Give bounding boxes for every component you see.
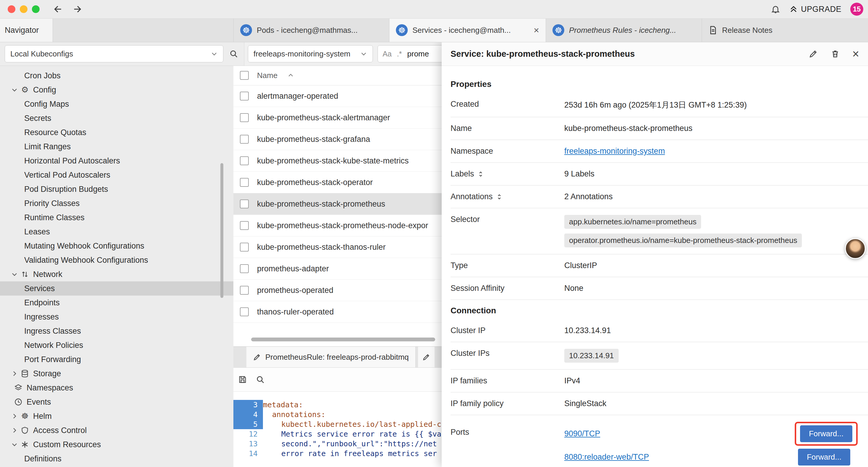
sidebar-search-icon[interactable] — [229, 49, 238, 58]
code-line[interactable]: 4annotations: — [234, 410, 442, 419]
sidebar-item-vertical-pod-autoscalers[interactable]: Vertical Pod Autoscalers — [0, 168, 234, 182]
table-row[interactable]: kube-prometheus-stack-kube-state-metrics — [234, 150, 442, 172]
table-row[interactable]: thanos-ruler-operated — [234, 301, 442, 323]
sidebar-item-network[interactable]: Network — [0, 267, 234, 282]
yaml-editor[interactable]: 3metadata:4annotations:5kubectl.kubernet… — [234, 391, 442, 459]
sidebar-item-custom-resources[interactable]: Custom Resources — [0, 437, 234, 451]
kubeconfig-select[interactable]: Local Kubeconfigs — [5, 45, 223, 62]
row-checkbox[interactable] — [240, 178, 249, 187]
editor-tab[interactable]: ☸Pods - icecheng@mathmas... — [234, 18, 390, 42]
minimize-window-button[interactable] — [20, 5, 28, 13]
sidebar-item-leases[interactable]: Leases — [0, 225, 234, 239]
sidebar-item-storage[interactable]: Storage — [0, 367, 234, 381]
sidebar-item-ingress-classes[interactable]: Ingress Classes — [0, 324, 234, 338]
sidebar-item-resource-quotas[interactable]: Resource Quotas — [0, 125, 234, 140]
sort-toggle-icon[interactable] — [496, 193, 503, 200]
chevron-down-icon[interactable] — [10, 86, 19, 93]
horizontal-scrollbar[interactable] — [251, 338, 435, 341]
table-row[interactable]: prometheus-operated — [234, 280, 442, 301]
sort-asc-icon[interactable] — [287, 72, 294, 79]
row-checkbox[interactable] — [240, 113, 249, 122]
sort-toggle-icon[interactable] — [477, 171, 484, 178]
sidebar-item-access-control[interactable]: Access Control — [0, 423, 234, 437]
back-icon[interactable] — [53, 4, 63, 14]
sidebar-item-ingresses[interactable]: Ingresses — [0, 310, 234, 324]
sidebar-item-endpoints[interactable]: Endpoints — [0, 296, 234, 310]
chevron-right-icon[interactable] — [10, 413, 19, 420]
chevron-right-icon[interactable] — [10, 370, 19, 377]
table-row[interactable]: prometheus-adapter — [234, 258, 442, 280]
row-checkbox[interactable] — [240, 221, 249, 230]
row-checkbox[interactable] — [240, 308, 249, 316]
sidebar-item-services[interactable]: Services — [0, 282, 234, 296]
table-row[interactable]: kube-prometheus-stack-prometheus-node-ex… — [234, 215, 442, 236]
participant-avatar[interactable] — [845, 238, 866, 259]
editor-tab[interactable]: Release Notes — [702, 18, 868, 42]
navigator-tab[interactable]: Navigator — [0, 18, 53, 42]
sidebar-item-cron-jobs[interactable]: Cron Jobs — [0, 68, 234, 83]
sidebar-item-validating-webhook-configurations[interactable]: Validating Webhook Configurations — [0, 253, 234, 267]
code-line[interactable]: 5kubectl.kubernetes.io/last-applied-co — [234, 419, 442, 429]
row-checkbox[interactable] — [240, 264, 249, 273]
chevron-down-icon[interactable] — [10, 271, 19, 278]
tab-close-icon[interactable]: × — [533, 25, 539, 35]
sidebar-item-definitions[interactable]: Definitions — [0, 451, 234, 466]
row-checkbox[interactable] — [240, 135, 249, 144]
sidebar-item-horizontal-pod-autoscalers[interactable]: Horizontal Pod Autoscalers — [0, 154, 234, 168]
editor-search-icon[interactable] — [256, 375, 265, 384]
sidebar-item-network-policies[interactable]: Network Policies — [0, 338, 234, 352]
sidebar-item-events[interactable]: Events — [0, 395, 234, 409]
row-checkbox[interactable] — [240, 243, 249, 252]
upgrade-button[interactable]: UPGRADE — [789, 5, 841, 14]
chevron-right-icon[interactable] — [10, 427, 19, 434]
edit-pencil-icon[interactable] — [809, 49, 818, 59]
code-line[interactable]: 3metadata: — [234, 400, 442, 410]
trash-icon[interactable] — [831, 49, 840, 59]
row-checkbox[interactable] — [240, 156, 249, 165]
table-row[interactable]: kube-prometheus-stack-operator — [234, 172, 442, 193]
editor-tab[interactable]: ☸Prometheus Rules - icecheng... — [546, 18, 702, 42]
table-row[interactable]: kube-prometheus-stack-thanos-ruler — [234, 236, 442, 258]
port-link[interactable]: 8080:reloader-web/TCP — [564, 453, 649, 462]
line-number[interactable]: 4 — [234, 410, 263, 419]
code-line[interactable]: 14error rate in freeleaps metrics ser — [234, 449, 442, 459]
code-line[interactable]: 13second.","runbook_url":"https://net — [234, 439, 442, 449]
sidebar-item-mutating-webhook-configurations[interactable]: Mutating Webhook Configurations — [0, 239, 234, 253]
column-header-name[interactable]: Name — [257, 71, 277, 80]
table-row[interactable]: kube-prometheus-stack-grafana — [234, 128, 442, 150]
code-line[interactable]: 12Metrics service error rate is {{ $va — [234, 429, 442, 439]
chevron-down-icon[interactable] — [10, 441, 19, 448]
select-all-checkbox[interactable] — [240, 71, 249, 80]
port-link[interactable]: 9090/TCP — [564, 429, 600, 438]
sidebar-item-limit-ranges[interactable]: Limit Ranges — [0, 140, 234, 154]
row-checkbox[interactable] — [240, 92, 249, 100]
port-forward-button[interactable]: Forward... — [800, 425, 852, 442]
sidebar-item-config-maps[interactable]: Config Maps — [0, 97, 234, 111]
dock-tab-partial[interactable] — [418, 347, 435, 368]
line-number[interactable]: 14 — [234, 449, 263, 459]
sidebar-item-secrets[interactable]: Secrets — [0, 111, 234, 125]
sidebar-item-port-forwarding[interactable]: Port Forwarding — [0, 352, 234, 367]
editor-tab[interactable]: ☸Services - icecheng@math...× — [390, 18, 546, 42]
port-forward-button[interactable]: Forward... — [798, 449, 850, 466]
sidebar-item-pod-disruption-budgets[interactable]: Pod Disruption Budgets — [0, 182, 234, 196]
close-icon[interactable]: × — [852, 48, 859, 60]
notification-count-badge[interactable]: 15 — [850, 3, 863, 16]
dock-tab-prometheusrule[interactable]: PrometheusRule: freeleaps-prod-rabbitmq — [246, 347, 416, 368]
sidebar-scrollbar[interactable] — [220, 163, 223, 298]
row-checkbox[interactable] — [240, 286, 249, 295]
notifications-bell-icon[interactable] — [771, 4, 780, 14]
line-number[interactable]: 13 — [234, 439, 263, 449]
row-checkbox[interactable] — [240, 200, 249, 208]
sidebar-item-config[interactable]: ⚙Config — [0, 83, 234, 97]
match-case-toggle[interactable]: Aa — [382, 50, 392, 58]
sidebar-item-runtime-classes[interactable]: Runtime Classes — [0, 210, 234, 225]
save-icon[interactable] — [238, 375, 247, 384]
line-number[interactable]: 5 — [234, 419, 263, 429]
table-row[interactable]: alertmanager-operated — [234, 85, 442, 107]
line-number[interactable]: 12 — [234, 429, 263, 439]
table-row[interactable]: kube-prometheus-stack-alertmanager — [234, 107, 442, 128]
close-window-button[interactable] — [8, 5, 16, 13]
sidebar-item-priority-classes[interactable]: Priority Classes — [0, 196, 234, 210]
sidebar-item-helm[interactable]: ☸Helm — [0, 409, 234, 423]
